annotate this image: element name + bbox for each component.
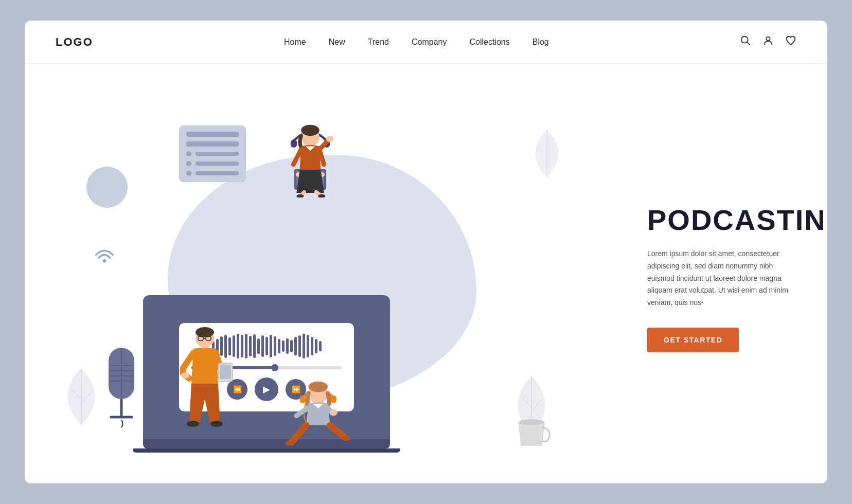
progress-thumb [271, 364, 278, 371]
svg-point-36 [330, 409, 338, 416]
svg-point-18 [181, 372, 189, 379]
leaf-top-right [524, 125, 570, 184]
leaf-left [56, 363, 107, 432]
wave-bar [241, 335, 243, 357]
right-content: PODCASTING Lorem ipsum dolor sit amet, c… [632, 64, 827, 483]
nav-icons [740, 35, 796, 49]
wave-bar [270, 335, 272, 357]
list-line-sm-3 [196, 171, 239, 175]
deco-circle [86, 167, 128, 208]
svg-line-1 [747, 42, 750, 45]
wave-bar [245, 334, 247, 358]
microphone [101, 337, 142, 432]
nav-links: Home New Trend Company Collections Blog [284, 38, 549, 47]
nav-trend[interactable]: Trend [368, 38, 389, 47]
svg-rect-33 [331, 395, 336, 403]
person-sitting-floor [282, 379, 359, 453]
nav-home[interactable]: Home [284, 38, 306, 47]
list-line-1 [186, 132, 239, 137]
list-dot-row-3 [186, 171, 239, 176]
list-card [179, 125, 246, 182]
nav-collections[interactable]: Collections [469, 38, 509, 47]
svg-point-19 [187, 421, 199, 427]
svg-point-12 [196, 327, 214, 337]
wave-bar [253, 334, 256, 358]
list-line-sm-2 [196, 161, 239, 166]
illustration-area: ⏪ ▶ ⏩ [25, 64, 632, 483]
svg-point-37 [285, 441, 295, 445]
list-dot [186, 151, 191, 156]
wave-bar [249, 336, 252, 356]
wave-bar [286, 338, 289, 354]
page-description: Lorem ipsum dolor sit amet, consectetuer… [647, 248, 796, 309]
wifi-signal [92, 239, 117, 266]
svg-point-35 [309, 382, 328, 392]
wave-bar [261, 335, 264, 357]
list-dot-row-1 [186, 151, 239, 156]
wave-bar [290, 340, 293, 352]
navbar: LOGO Home New Trend Company Collections … [25, 21, 827, 64]
wave-bar [278, 339, 280, 353]
wave-bar [298, 335, 301, 357]
main-content: ⏪ ▶ ⏩ [25, 64, 827, 483]
list-line-2 [186, 141, 239, 147]
svg-point-31 [326, 136, 333, 142]
search-icon[interactable] [740, 35, 751, 49]
svg-point-2 [766, 37, 770, 41]
svg-rect-21 [291, 139, 297, 148]
wave-bar [307, 335, 309, 357]
page-title: PODCASTING [647, 205, 796, 236]
list-dot-row-2 [186, 161, 239, 166]
nav-new[interactable]: New [329, 38, 345, 47]
wave-bar [282, 340, 285, 352]
person-sitting-top [277, 115, 344, 200]
wave-bar [257, 338, 260, 354]
wave-bar [311, 337, 313, 355]
user-icon[interactable] [762, 35, 774, 49]
heart-icon[interactable] [785, 35, 796, 49]
logo: LOGO [56, 35, 93, 49]
svg-point-38 [341, 436, 351, 441]
coffee-cup [511, 409, 552, 453]
svg-point-3 [103, 259, 106, 263]
wave-bar [319, 341, 322, 351]
list-dot-2 [186, 161, 191, 166]
list-line-sm [196, 152, 239, 156]
svg-point-24 [301, 125, 319, 136]
wave-bar [315, 339, 317, 353]
page-frame: LOGO Home New Trend Company Collections … [25, 21, 827, 483]
wave-bar [237, 334, 239, 358]
svg-point-20 [210, 421, 223, 427]
nav-blog[interactable]: Blog [532, 38, 549, 47]
wave-bar [303, 334, 305, 358]
person-standing [174, 327, 236, 442]
play-button[interactable]: ▶ [255, 377, 278, 401]
wave-bar [274, 336, 276, 356]
get-started-button[interactable]: GET STARTED [647, 328, 739, 352]
list-dot-3 [186, 171, 191, 176]
laptop-foot [133, 448, 400, 453]
svg-rect-32 [300, 395, 306, 403]
nav-company[interactable]: Company [412, 38, 447, 47]
wave-bar [265, 337, 268, 355]
svg-point-39 [519, 419, 544, 425]
wave-bar [294, 337, 297, 355]
svg-rect-17 [220, 365, 231, 379]
